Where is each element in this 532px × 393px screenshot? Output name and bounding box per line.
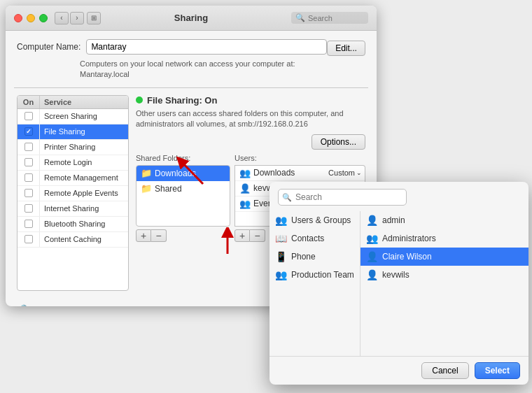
grid-button[interactable]: ⊞ <box>87 12 101 24</box>
popup-right-administrators[interactable]: 👥 Administrators <box>360 229 528 248</box>
popup-right-admin[interactable]: 👤 admin <box>360 211 528 229</box>
popup-right-claire-wilson[interactable]: 👤 Claire Wilson <box>360 248 528 266</box>
traffic-lights <box>14 14 48 22</box>
content-caching-check[interactable] <box>18 232 40 247</box>
sub-text: Computers on your local network can acce… <box>80 59 295 68</box>
address-text: Mantaray.local <box>80 70 130 78</box>
kevwils-label: kevwils <box>382 270 410 280</box>
sidebar-item-remote-login[interactable]: Remote Login <box>18 155 128 171</box>
popup-left-phone[interactable]: 📱 Phone <box>270 248 360 266</box>
lock-icon[interactable]: 🔒 <box>17 303 31 306</box>
titlebar-search[interactable]: 🔍 <box>291 12 368 24</box>
internet-sharing-label: Internet Sharing <box>40 204 128 213</box>
column-headers: Shared Folders: Users: <box>136 154 365 162</box>
popup-left-users-groups[interactable]: 👥 Users & Groups <box>270 211 360 229</box>
internet-sharing-checkbox[interactable] <box>24 204 33 213</box>
back-button[interactable]: ‹ <box>55 12 69 24</box>
popup-search-icon: 🔍 <box>282 193 292 202</box>
close-button[interactable] <box>14 14 22 22</box>
printer-sharing-checkbox[interactable] <box>24 143 33 151</box>
sidebar-item-printer-sharing[interactable]: Printer Sharing <box>18 140 128 155</box>
options-button[interactable]: Options... <box>312 134 365 150</box>
sidebar-item-screen-sharing[interactable]: Screen Sharing <box>18 109 128 124</box>
service-column-header: Service <box>40 96 128 108</box>
content-caching-checkbox[interactable] <box>24 235 33 243</box>
popup-dialog: 🔍 👥 Users & Groups 📖 Contacts 📱 Phone 👥 … <box>270 182 528 385</box>
computer-name-label: Computer Name: <box>17 42 80 52</box>
popup-search-input[interactable] <box>278 189 407 206</box>
computer-name-row: Computer Name: <box>17 39 327 55</box>
sidebar-item-remote-apple-events[interactable]: Remote Apple Events <box>18 186 128 201</box>
contacts-label: Contacts <box>291 234 324 243</box>
search-icon: 🔍 <box>295 13 305 22</box>
maximize-button[interactable] <box>39 14 48 22</box>
internet-sharing-check[interactable] <box>18 201 40 216</box>
nav-buttons: ‹ › <box>55 12 84 24</box>
sidebar-item-remote-management[interactable]: Remote Management <box>18 171 128 186</box>
sidebar-item-bluetooth-sharing[interactable]: Bluetooth Sharing <box>18 217 128 232</box>
person-icon: 👤 <box>239 183 251 194</box>
remote-apple-label: Remote Apple Events <box>40 189 128 197</box>
popup-right-kevwils[interactable]: 👤 kevwils <box>360 266 528 284</box>
bluetooth-label: Bluetooth Sharing <box>40 220 128 228</box>
administrators-label: Administrators <box>382 234 436 243</box>
on-column-header: On <box>18 96 40 108</box>
lock-text: Click the lock to prevent further change… <box>35 306 174 306</box>
popup-left-contacts[interactable]: 📖 Contacts <box>270 229 360 248</box>
file-sharing-desc: Other users can access shared folders on… <box>136 108 365 130</box>
add-folder-button[interactable]: + <box>136 229 151 242</box>
popup-left-col: 👥 Users & Groups 📖 Contacts 📱 Phone 👥 Pr… <box>270 211 360 356</box>
users-groups-icon: 👥 <box>275 215 287 226</box>
remove-user-button[interactable]: − <box>250 229 265 242</box>
remote-apple-check[interactable] <box>18 186 40 201</box>
popup-left-production-team[interactable]: 👥 Production Team <box>270 266 360 284</box>
popup-right-col: 👤 admin 👥 Administrators 👤 Claire Wilson… <box>360 211 528 356</box>
screen-sharing-checkbox[interactable] <box>24 112 33 120</box>
cancel-button[interactable]: Cancel <box>421 362 468 379</box>
bluetooth-checkbox[interactable] <box>24 220 33 228</box>
sidebar-item-file-sharing[interactable]: File Sharing <box>18 124 128 140</box>
bluetooth-check[interactable] <box>18 217 40 231</box>
add-user-button[interactable]: + <box>234 229 250 242</box>
printer-sharing-label: Printer Sharing <box>40 143 128 151</box>
minimize-button[interactable] <box>27 14 35 22</box>
file-sharing-checkbox[interactable] <box>24 127 33 136</box>
edit-button[interactable]: Edit... <box>327 41 365 56</box>
perm-label-downloads: Custom <box>328 169 355 177</box>
file-sharing-check[interactable] <box>18 124 40 139</box>
remote-login-check[interactable] <box>18 155 40 170</box>
folder-item-shared[interactable]: 📁 Shared <box>136 181 230 196</box>
perm-item-downloads[interactable]: Custom ⌄ <box>302 166 365 181</box>
computer-name-input[interactable] <box>86 39 327 55</box>
group-icon: 👥 <box>239 168 251 178</box>
sidebar-item-internet-sharing[interactable]: Internet Sharing <box>18 201 128 217</box>
remote-mgmt-checkbox[interactable] <box>24 173 33 182</box>
user-label-downloads: Downloads <box>253 168 298 178</box>
perm-chevron-downloads: ⌄ <box>356 169 362 176</box>
printer-sharing-check[interactable] <box>18 140 40 155</box>
titlebar-search-input[interactable] <box>308 14 364 22</box>
select-button[interactable]: Select <box>475 362 520 379</box>
forward-button[interactable]: › <box>70 12 84 24</box>
folder-icon-shared: 📁 <box>141 183 152 194</box>
sidebar-item-content-caching[interactable]: Content Caching <box>18 232 128 248</box>
window-title: Sharing <box>174 13 208 23</box>
remote-apple-checkbox[interactable] <box>24 189 33 197</box>
user-item-downloads[interactable]: 👥 Downloads <box>235 166 302 181</box>
remove-folder-button[interactable]: − <box>151 229 167 242</box>
folder-label-shared: Shared <box>155 184 182 194</box>
shared-folders-col: 📁 Downloads 📁 Shared + − <box>136 165 230 242</box>
remote-mgmt-label: Remote Management <box>40 173 128 182</box>
remote-login-label: Remote Login <box>40 158 128 166</box>
folder-item-downloads[interactable]: 📁 Downloads <box>136 166 230 181</box>
popup-search-bar: 🔍 <box>270 182 528 211</box>
remote-login-checkbox[interactable] <box>24 158 33 166</box>
screen-sharing-label: Screen Sharing <box>40 112 128 120</box>
sidebar: On Service Screen Sharing File Sh <box>17 95 129 291</box>
users-groups-label: Users & Groups <box>291 215 351 225</box>
production-team-label: Production Team <box>291 270 354 280</box>
popup-footer: Cancel Select <box>270 356 528 385</box>
folder-icon: 📁 <box>141 168 152 178</box>
remote-mgmt-check[interactable] <box>18 171 40 185</box>
screen-sharing-check[interactable] <box>18 109 40 124</box>
